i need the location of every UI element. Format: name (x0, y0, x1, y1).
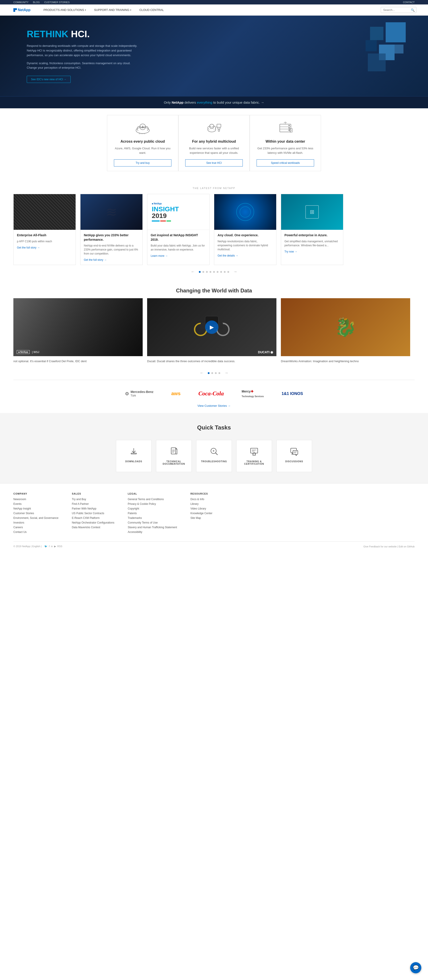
list-item: Knowledge Center (190, 511, 212, 515)
dot-1[interactable] (199, 271, 200, 273)
dot-3[interactable] (206, 271, 208, 273)
news-card-link[interactable]: Get the full story → (84, 258, 107, 261)
list-item: Slavery and Human Trafficking Statement (128, 525, 177, 529)
contact-link[interactable]: CONTACT (403, 1, 415, 3)
news-card-body: Enterprise All-Flash p AFF C190 puts wit… (14, 230, 76, 253)
news-card: Enterprise All-Flash p AFF C190 puts wit… (13, 194, 76, 265)
dot-2[interactable] (202, 271, 204, 273)
nav-products[interactable]: PRODUCTS AND SOLUTIONS ▾ (40, 5, 90, 16)
task-technical-docs[interactable]: TECHNICAL DOCUMENTATION (156, 440, 192, 472)
footer: COMPANY Newsroom Events NetApp Insight C… (0, 483, 428, 552)
world-card-desc: Ducati: Ducati shares the three outcomes… (147, 356, 277, 366)
dot-9[interactable] (228, 271, 229, 273)
certification-icon (241, 447, 267, 458)
news-card-insight: ■ NetApp INSIGHT 2019 (147, 194, 209, 230)
news-card-link[interactable]: Try now → (285, 250, 298, 253)
news-card-desc: Get simplified data management, unmatche… (285, 239, 340, 247)
card-button[interactable]: Try and buy (114, 159, 172, 167)
dot-5[interactable] (213, 271, 215, 273)
list-item: Contact Us (13, 530, 59, 534)
search-icon[interactable]: 🔍 (411, 8, 415, 12)
top-bar-links: COMMUNITY BLOG CUSTOMER STORIES (13, 1, 70, 3)
world-carousel: ■ NetApp | WSJ not optional. It's essent… (0, 298, 428, 366)
chat-icon (281, 447, 307, 458)
hero-cta-button[interactable]: See IDC's new view of HCI → (27, 76, 71, 83)
card-button[interactable]: See true HCI (185, 159, 243, 167)
news-card-link[interactable]: Get the full story → (17, 246, 40, 249)
language-selector[interactable]: English (32, 545, 40, 547)
prev-arrow[interactable]: ← (189, 269, 197, 274)
carousel-controls: ← → (0, 265, 428, 278)
customer-stories-link[interactable]: CUSTOMER STORIES (44, 1, 70, 3)
card-button[interactable]: Speed critical workloads (256, 159, 314, 167)
chevron-down-icon: ▾ (85, 9, 86, 11)
card-public-cloud: 3 Across every public cloud Azure, AWS, … (107, 115, 178, 171)
list-item: Trademarks (128, 516, 177, 520)
youtube-icon[interactable]: ▶ (54, 545, 56, 548)
list-item: Library (190, 502, 212, 506)
logo-mercy: Mercy✚Technology Services (242, 389, 264, 398)
dot-3[interactable] (215, 372, 217, 374)
view-stories-link[interactable]: View Customer Stories → (197, 404, 231, 407)
prev-arrow[interactable]: ← (197, 371, 206, 375)
footer-bottom: © 2019 NetApp | English | 🐦 f in ▶ RSS G… (13, 541, 415, 548)
hero-description-2: Dynamic scaling, frictionless consumptio… (27, 61, 138, 70)
play-button[interactable]: ▶ (205, 320, 218, 334)
task-label: DOWNLOADS (121, 460, 147, 463)
news-card-subtitle: p AFF C190 puts within reach (17, 239, 72, 243)
dot-4[interactable] (210, 271, 211, 273)
nav-logo[interactable]: NetApp (13, 8, 30, 12)
footer-col-heading: SALES (72, 492, 115, 495)
footer-col-resources: RESOURCES Docs & Info Library Video Libr… (190, 492, 212, 535)
download-icon (121, 447, 147, 458)
list-item: Docs & Info (190, 497, 212, 501)
task-downloads[interactable]: DOWNLOADS (116, 440, 151, 472)
news-card-title: NetApp gives you 233% better performance… (84, 233, 139, 242)
world-card-desc: DreamWorks Animation: Imagination and he… (281, 356, 410, 366)
feedback-link[interactable]: Give Feedback for our website | Edit on … (363, 545, 415, 548)
news-card-body: Any cloud. One experience. NetApp revolu… (214, 230, 276, 261)
list-item: Privacy & Cookie Policy (128, 502, 177, 506)
view-stories: View Customer Stories → (0, 401, 428, 411)
blog-link[interactable]: BLOG (33, 1, 40, 3)
facebook-icon[interactable]: f (49, 545, 49, 548)
dot-1[interactable] (208, 372, 210, 374)
next-arrow[interactable]: → (231, 269, 239, 274)
task-troubleshooting[interactable]: TROUBLESHOOTING (196, 440, 232, 472)
list-item: Site Map (190, 516, 212, 520)
news-card-link[interactable]: Get the details → (218, 254, 238, 257)
hero-graphic: · · · · · · · · ·· · · · · · · · ·· · · … (339, 22, 406, 80)
top-bar-right: CONTACT (403, 1, 415, 3)
nav-cloud[interactable]: CLOUD CENTRAL (135, 5, 168, 16)
news-card-desc: NetApp revolutionizes data fabric, empow… (218, 239, 273, 251)
task-label: TRAINING & CERTIFICATION (241, 460, 267, 465)
hero-title: RETHINK HCI. (27, 29, 138, 39)
dot-8[interactable] (224, 271, 226, 273)
footer-col-legal: LEGAL General Terms and Conditions Priva… (128, 492, 177, 535)
svg-line-37 (215, 453, 218, 455)
world-card-image: 🐉 (281, 298, 410, 356)
task-training[interactable]: TRAINING & CERTIFICATION (236, 440, 272, 472)
next-arrow[interactable]: → (222, 371, 231, 375)
dot-4[interactable] (218, 372, 220, 374)
world-card-image: ▶ DUCATI ◉ (147, 298, 277, 356)
news-card-link[interactable]: Learn more → (151, 254, 168, 258)
logo-ionos: 1&1 IONOS (282, 391, 303, 396)
logo-mercedes: ⊙ Mercedes-BenzTürk (125, 390, 154, 397)
linkedin-icon[interactable]: in (51, 545, 53, 548)
svg-rect-47 (293, 450, 298, 455)
dot-7[interactable] (220, 271, 222, 273)
rss-icon[interactable]: RSS (57, 545, 62, 548)
top-bar: COMMUNITY BLOG CUSTOMER STORIES CONTACT (0, 0, 428, 5)
task-discussions[interactable]: DISCUSSIONS (277, 440, 312, 472)
main-nav: NetApp PRODUCTS AND SOLUTIONS ▾ SUPPORT … (0, 5, 428, 16)
svg-point-24 (288, 129, 290, 131)
dot-2[interactable] (211, 372, 213, 374)
nav-support[interactable]: SUPPORT AND TRAINING ▾ (90, 5, 135, 16)
world-carousel-controls: ← → (0, 366, 428, 380)
list-item: General Terms and Conditions (128, 497, 177, 501)
footer-col-links: Try and Buy Find A Partner Partner With … (72, 497, 115, 529)
dot-6[interactable] (217, 271, 218, 273)
twitter-icon[interactable]: 🐦 (45, 545, 48, 548)
community-link[interactable]: COMMUNITY (13, 1, 29, 3)
